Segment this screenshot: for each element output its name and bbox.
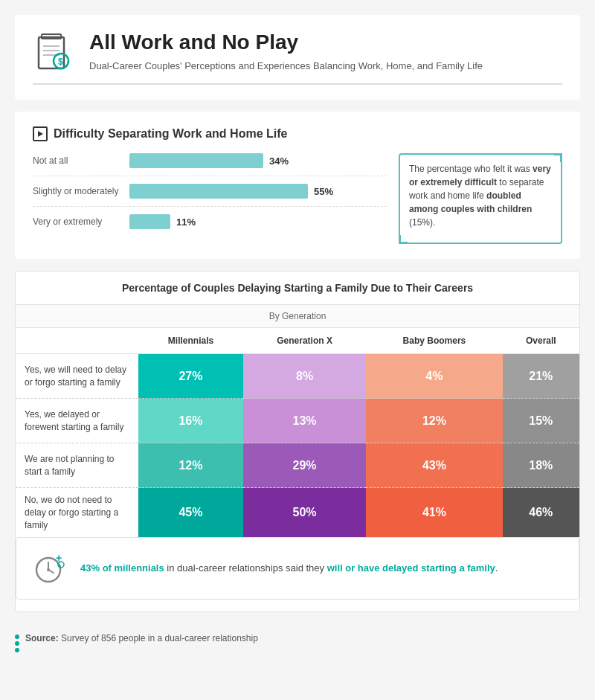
bar-row-1: Not at all 34% (33, 153, 387, 176)
insight-highlight-1: 43% of millennials (80, 562, 164, 574)
source-content: Survey of 856 people in a dual-career re… (61, 633, 258, 643)
header-text: All Work and No Play Dual-Career Couples… (89, 30, 483, 73)
play-icon (33, 126, 48, 141)
bar-label-2: Slightly or moderately (33, 186, 129, 196)
bar-track-2: 55% (129, 184, 387, 199)
source-text: Source: Survey of 856 people in a dual-c… (25, 633, 258, 643)
insight-box: + • 43% of millennials in dual-career re… (16, 537, 579, 600)
col-header-baby: Baby Boomers (366, 328, 502, 354)
row-label-1: Yes, we will need to delay or forgo star… (16, 354, 138, 399)
table-row: We are not planning to start a family 12… (16, 443, 579, 488)
cell-genx-2: 13% (243, 399, 366, 443)
cell-overall-4: 46% (503, 488, 579, 538)
bar-track-3: 11% (129, 214, 387, 229)
source-dot-1 (15, 635, 19, 639)
bar-track-1: 34% (129, 153, 387, 168)
svg-point-11 (47, 568, 50, 571)
bar-row-2: Slightly or moderately 55% (33, 184, 387, 207)
difficulty-title: Difficulty Separating Work and Home Life (33, 126, 562, 141)
insight-highlight-2: will or have delayed starting a family (327, 562, 495, 574)
source-section: Source: Survey of 856 people in a dual-c… (15, 624, 580, 655)
insight-text-middle: in dual-career relationships said they (164, 562, 327, 574)
data-table: Millennials Generation X Baby Boomers Ov… (16, 328, 579, 537)
col-header-genx: Generation X (243, 328, 366, 354)
svg-text:•: • (60, 562, 62, 569)
col-header-blank (16, 328, 138, 354)
bar-row-3: Very or extremely 11% (33, 214, 387, 237)
bar-pct-3: 11% (176, 216, 196, 228)
table-main-title: Percentage of Couples Delaying Starting … (16, 272, 579, 305)
cell-mill-3: 12% (138, 443, 243, 488)
clock-icon: + • (31, 550, 68, 587)
row-label-4: No, we do not need to delay or forgo sta… (16, 488, 138, 538)
source-label: Source: (25, 633, 59, 643)
cell-baby-3: 43% (366, 443, 502, 488)
col-header-millennials: Millennials (138, 328, 243, 354)
page-subtitle: Dual-Career Couples' Perceptions and Exp… (89, 60, 483, 73)
bar-fill-2 (129, 184, 308, 199)
source-dot-3 (15, 648, 19, 652)
cell-overall-1: 21% (503, 354, 579, 399)
callout-text: The percentage who felt it was very or e… (409, 164, 551, 228)
bar-fill-3 (129, 214, 170, 229)
cell-overall-3: 18% (503, 443, 579, 488)
cell-mill-2: 16% (138, 399, 243, 443)
cell-baby-4: 41% (366, 488, 502, 538)
table-row: Yes, we will need to delay or forgo star… (16, 354, 579, 399)
page-title: All Work and No Play (89, 30, 483, 55)
difficulty-section: Difficulty Separating Work and Home Life… (15, 112, 580, 259)
bar-label-1: Not at all (33, 155, 129, 166)
bar-pct-1: 34% (269, 155, 289, 167)
cell-genx-4: 50% (243, 488, 366, 538)
difficulty-content: Not at all 34% Slightly or moderately 55… (33, 153, 562, 244)
svg-marker-7 (38, 131, 43, 137)
table-row: No, we do not need to delay or forgo sta… (16, 488, 579, 538)
cell-mill-4: 45% (138, 488, 243, 538)
insight-text: 43% of millennials in dual-career relati… (80, 561, 498, 577)
col-header-overall: Overall (503, 328, 579, 354)
bars-section: Not at all 34% Slightly or moderately 55… (33, 153, 387, 244)
header-icon: $ (33, 30, 77, 74)
table-row: Yes, we delayed or forewent starting a f… (16, 399, 579, 443)
header-section: $ All Work and No Play Dual-Career Coupl… (15, 15, 580, 100)
cell-baby-2: 12% (366, 399, 502, 443)
table-gen-label: By Generation (16, 305, 579, 328)
row-label-2: Yes, we delayed or forewent starting a f… (16, 399, 138, 443)
cell-genx-1: 8% (243, 354, 366, 399)
table-header-row: Millennials Generation X Baby Boomers Ov… (16, 328, 579, 354)
cell-genx-3: 29% (243, 443, 366, 488)
bar-fill-1 (129, 153, 263, 168)
cell-mill-1: 27% (138, 354, 243, 399)
table-section: Percentage of Couples Delaying Starting … (15, 271, 580, 612)
bar-pct-2: 55% (314, 186, 333, 197)
row-label-3: We are not planning to start a family (16, 443, 138, 488)
cell-overall-2: 15% (503, 399, 579, 443)
source-dot-2 (15, 641, 19, 646)
insight-text-after: . (495, 562, 498, 574)
cell-baby-1: 4% (366, 354, 502, 399)
source-dots (15, 633, 19, 652)
bar-label-3: Very or extremely (33, 216, 129, 227)
svg-text:$: $ (58, 57, 63, 67)
callout-box: The percentage who felt it was very or e… (399, 153, 562, 244)
